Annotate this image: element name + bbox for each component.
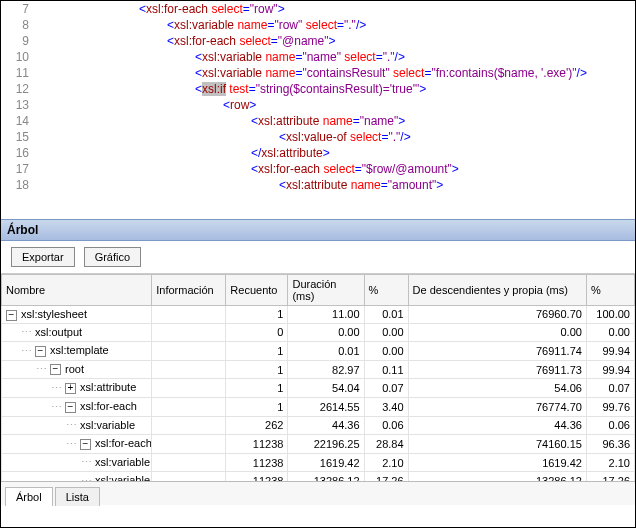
profiler-grid[interactable]: Nombre Información Recuento Duración (ms… <box>1 274 635 481</box>
line-number: 18 <box>1 177 39 193</box>
cell-pct: 0.11 <box>364 360 408 379</box>
expand-icon[interactable]: + <box>65 383 76 394</box>
cell-dur: 0.00 <box>288 323 364 342</box>
line-number: 17 <box>1 161 39 177</box>
row-label: xsl:template <box>50 344 109 356</box>
collapse-icon[interactable]: − <box>65 402 76 413</box>
col-desc[interactable]: De descendientes y propia (ms) <box>408 275 586 306</box>
cell-dur: 11.00 <box>288 306 364 324</box>
table-row[interactable]: ⋯−root182.970.1176911.7399.94 <box>2 360 635 379</box>
cell-dur: 22196.25 <box>288 435 364 454</box>
chart-button[interactable]: Gráfico <box>84 247 141 267</box>
code-line[interactable]: <xsl:value-of select="."/> <box>39 129 635 145</box>
cell-pct2: 99.76 <box>586 397 634 416</box>
cell-pct: 0.06 <box>364 416 408 435</box>
cell-pct: 17.26 <box>364 472 408 481</box>
cell-pct: 0.07 <box>364 379 408 398</box>
cell-desc: 76911.74 <box>408 342 586 361</box>
code-editor[interactable]: 7<xsl:for-each select="row">8<xsl:variab… <box>1 1 635 219</box>
collapse-icon[interactable]: − <box>50 364 61 375</box>
cell-desc: 76960.70 <box>408 306 586 324</box>
cell-info <box>152 435 226 454</box>
tab-list[interactable]: Lista <box>55 487 100 506</box>
section-title: Árbol <box>1 219 635 241</box>
cell-dur: 13286.12 <box>288 472 364 481</box>
code-line[interactable]: </xsl:attribute> <box>39 145 635 161</box>
cell-count: 1 <box>226 360 288 379</box>
col-pct[interactable]: % <box>364 275 408 306</box>
table-row[interactable]: ⋯xsl:variable1123813286.1217.2613286.121… <box>2 472 635 481</box>
line-number: 13 <box>1 97 39 113</box>
bottom-tabstrip: Árbol Lista <box>1 481 635 505</box>
code-line[interactable]: <row> <box>39 97 635 113</box>
col-info[interactable]: Información <box>152 275 226 306</box>
table-row[interactable]: ⋯−xsl:for-each1123822196.2528.8474160.15… <box>2 435 635 454</box>
code-lines: 7<xsl:for-each select="row">8<xsl:variab… <box>1 1 635 193</box>
code-line[interactable]: <xsl:variable name="row" select="."/> <box>39 17 635 33</box>
cell-pct: 0.00 <box>364 342 408 361</box>
code-line[interactable]: <xsl:for-each select="row"> <box>39 1 635 17</box>
code-line[interactable]: <xsl:attribute name="name"> <box>39 113 635 129</box>
table-row[interactable]: ⋯−xsl:template10.010.0076911.7499.94 <box>2 342 635 361</box>
cell-info <box>152 379 226 398</box>
line-number: 7 <box>1 1 39 17</box>
cell-count: 1 <box>226 342 288 361</box>
col-dur[interactable]: Duración (ms) <box>288 275 364 306</box>
collapse-icon[interactable]: − <box>35 346 46 357</box>
cell-pct: 0.01 <box>364 306 408 324</box>
code-line[interactable]: <xsl:for-each select="$row/@amount"> <box>39 161 635 177</box>
cell-pct: 2.10 <box>364 453 408 472</box>
cell-pct2: 2.10 <box>586 453 634 472</box>
collapse-icon[interactable]: − <box>6 310 17 321</box>
row-label: xsl:attribute <box>80 381 136 393</box>
cell-count: 11238 <box>226 453 288 472</box>
cell-dur: 1619.42 <box>288 453 364 472</box>
line-number: 12 <box>1 81 39 97</box>
line-number: 11 <box>1 65 39 81</box>
table-row[interactable]: ⋯xsl:variable112381619.422.101619.422.10 <box>2 453 635 472</box>
table-row[interactable]: ⋯xsl:variable26244.360.0644.360.06 <box>2 416 635 435</box>
collapse-icon[interactable]: − <box>80 439 91 450</box>
row-label: xsl:output <box>35 326 82 338</box>
cell-info <box>152 416 226 435</box>
cell-pct2: 99.94 <box>586 342 634 361</box>
cell-count: 262 <box>226 416 288 435</box>
cell-count: 1 <box>226 379 288 398</box>
col-pct2[interactable]: % <box>586 275 634 306</box>
cell-info <box>152 323 226 342</box>
cell-desc: 54.06 <box>408 379 586 398</box>
table-row[interactable]: ⋯+xsl:attribute154.040.0754.060.07 <box>2 379 635 398</box>
cell-info <box>152 472 226 481</box>
line-number: 8 <box>1 17 39 33</box>
table-row[interactable]: −xsl:stylesheet111.000.0176960.70100.00 <box>2 306 635 324</box>
col-name[interactable]: Nombre <box>2 275 152 306</box>
tab-tree[interactable]: Árbol <box>5 487 53 506</box>
line-number: 16 <box>1 145 39 161</box>
cell-pct2: 0.00 <box>586 323 634 342</box>
cell-desc: 1619.42 <box>408 453 586 472</box>
cell-count: 11238 <box>226 435 288 454</box>
table-row[interactable]: ⋯xsl:output00.000.000.000.00 <box>2 323 635 342</box>
cell-desc: 74160.15 <box>408 435 586 454</box>
table-row[interactable]: ⋯−xsl:for-each12614.553.4076774.7099.76 <box>2 397 635 416</box>
cell-desc: 76774.70 <box>408 397 586 416</box>
col-count[interactable]: Recuento <box>226 275 288 306</box>
code-line[interactable]: <xsl:variable name="containsResult" sele… <box>39 65 635 81</box>
cell-pct2: 100.00 <box>586 306 634 324</box>
cell-pct2: 17.26 <box>586 472 634 481</box>
cell-count: 11238 <box>226 472 288 481</box>
code-line[interactable]: <xsl:if test="string($containsResult)='t… <box>39 81 635 97</box>
line-number: 15 <box>1 129 39 145</box>
cell-pct2: 96.36 <box>586 435 634 454</box>
code-line[interactable]: <xsl:for-each select="@name"> <box>39 33 635 49</box>
grid-header-row: Nombre Información Recuento Duración (ms… <box>2 275 635 306</box>
line-number: 9 <box>1 33 39 49</box>
code-line[interactable]: <xsl:attribute name="amount"> <box>39 177 635 193</box>
code-line[interactable]: <xsl:variable name="name" select="."/> <box>39 49 635 65</box>
grid-table: Nombre Información Recuento Duración (ms… <box>1 274 635 481</box>
cell-count: 0 <box>226 323 288 342</box>
row-label: root <box>65 363 84 375</box>
cell-pct: 3.40 <box>364 397 408 416</box>
cell-info <box>152 306 226 324</box>
export-button[interactable]: Exportar <box>11 247 75 267</box>
